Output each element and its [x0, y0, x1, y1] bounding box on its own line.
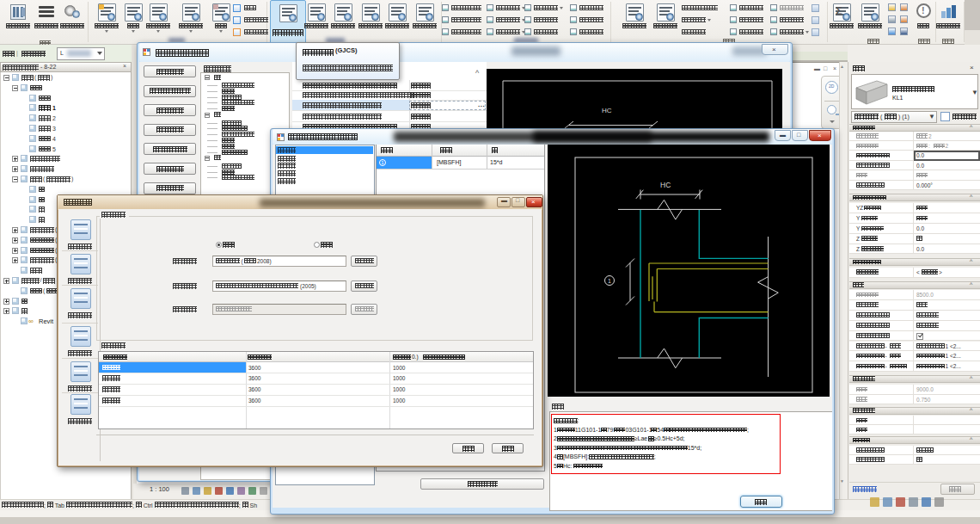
svg-text:HC: HC — [602, 107, 612, 114]
svg-text:HC: HC — [660, 181, 671, 189]
svg-text:1: 1 — [608, 278, 611, 284]
